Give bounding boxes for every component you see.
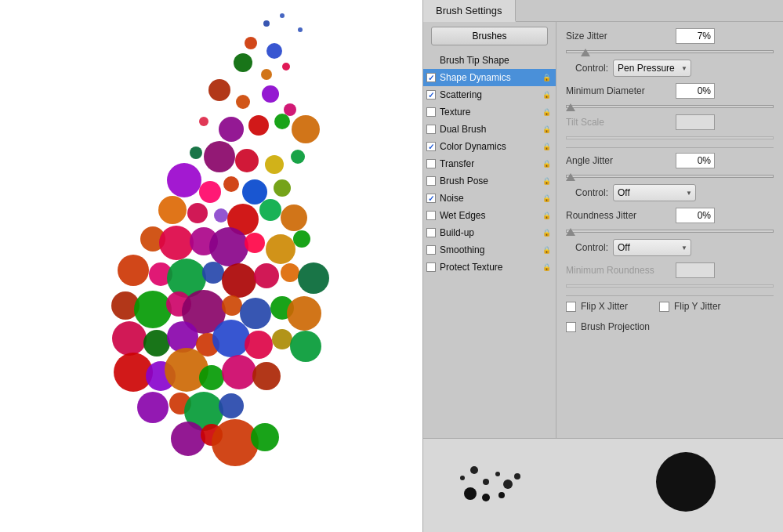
item-label-dual-brush: Dual Brush — [440, 124, 539, 135]
brush-list-item-protect-texture[interactable]: Protect Texture🔒 — [423, 259, 556, 276]
flip-x-row: Flip X Jitter — [566, 301, 628, 312]
item-label-brush-tip-shape: Brush Tip Shape — [440, 55, 551, 66]
minimum-diameter-value[interactable] — [676, 83, 715, 99]
brush-settings-tab-label[interactable]: Brush Settings — [423, 0, 516, 22]
item-label-wet-edges: Wet Edges — [440, 210, 539, 221]
flip-y-row: Flip Y Jitter — [659, 301, 721, 312]
checkbox-color-dynamics[interactable] — [426, 142, 436, 151]
panel-body: Brushes Brush Tip ShapeShape Dynamics🔒Sc… — [423, 22, 783, 438]
item-label-smoothing: Smoothing — [440, 244, 539, 255]
minimum-roundness-slider — [566, 281, 774, 291]
canvas-area[interactable] — [0, 0, 423, 532]
brush-list-item-scattering[interactable]: Scattering🔒 — [423, 86, 556, 103]
minimum-diameter-row: Minimum Diameter — [566, 83, 774, 99]
item-label-brush-pose: Brush Pose — [440, 176, 539, 186]
left-col: Brushes Brush Tip ShapeShape Dynamics🔒Sc… — [423, 22, 556, 438]
checkbox-transfer[interactable] — [426, 159, 436, 168]
brush-projection-row: Brush Projection — [566, 321, 774, 332]
minimum-diameter-label: Minimum Diameter — [566, 85, 676, 96]
minimum-roundness-value — [676, 262, 715, 278]
lock-icon-shape-dynamics: 🔒 — [542, 74, 551, 81]
flip-y-checkbox[interactable] — [659, 302, 669, 312]
checkbox-smoothing[interactable] — [426, 245, 436, 255]
control-1-select[interactable]: Off Fade Pen Pressure Pen Tilt Stylus Wh… — [613, 60, 691, 77]
tilt-scale-row: Tilt Scale — [566, 114, 774, 130]
control-1-row: Control: Off Fade Pen Pressure Pen Tilt … — [566, 60, 774, 77]
control-2-select[interactable]: Off Fade Pen Pressure Pen Tilt Initial D… — [613, 184, 696, 201]
roundness-jitter-slider[interactable] — [566, 226, 774, 236]
control-3-label: Control: — [566, 242, 608, 253]
lock-icon-brush-pose: 🔒 — [542, 177, 551, 185]
lock-icon-smoothing: 🔒 — [542, 246, 551, 254]
lock-icon-build-up: 🔒 — [542, 229, 551, 237]
brush-settings-tab: Brush Settings — [423, 0, 783, 22]
checkbox-dual-brush[interactable] — [426, 125, 436, 134]
roundness-jitter-value[interactable] — [676, 208, 715, 223]
checkbox-shape-dynamics[interactable] — [426, 73, 436, 82]
brushes-button[interactable]: Brushes — [431, 27, 548, 45]
checkbox-brush-pose[interactable] — [426, 176, 436, 186]
item-label-protect-texture: Protect Texture — [440, 262, 539, 273]
control-1-label: Control: — [566, 63, 608, 74]
lock-icon-transfer: 🔒 — [542, 160, 551, 168]
lock-icon-dual-brush: 🔒 — [542, 125, 551, 133]
angle-jitter-slider[interactable] — [566, 172, 774, 181]
angle-jitter-value[interactable] — [676, 153, 715, 168]
checkbox-build-up[interactable] — [426, 228, 436, 237]
angle-jitter-label: Angle Jitter — [566, 155, 676, 166]
size-jitter-slider[interactable] — [566, 47, 774, 56]
brush-list-item-smoothing[interactable]: Smoothing🔒 — [423, 241, 556, 259]
flip-x-label: Flip X Jitter — [581, 301, 628, 312]
lock-icon-noise: 🔒 — [542, 194, 551, 202]
roundness-jitter-row: Roundness Jitter — [566, 208, 774, 223]
lock-icon-color-dynamics: 🔒 — [542, 143, 551, 150]
checkbox-wet-edges[interactable] — [426, 211, 436, 220]
minimum-diameter-slider[interactable] — [566, 102, 774, 111]
item-label-noise: Noise — [440, 193, 539, 204]
divider-2 — [566, 295, 774, 296]
brush-list-item-texture[interactable]: Texture🔒 — [423, 103, 556, 121]
brush-list-item-brush-pose[interactable]: Brush Pose🔒 — [423, 172, 556, 190]
divider-1 — [566, 147, 774, 148]
angle-jitter-row: Angle Jitter — [566, 153, 774, 168]
checkbox-texture[interactable] — [426, 107, 436, 117]
right-panel: Brush Settings Brushes Brush Tip ShapeSh… — [423, 0, 783, 532]
settings-panel: Size Jitter Control: Off Fade Pen Pressu… — [556, 22, 783, 438]
brush-list-item-dual-brush[interactable]: Dual Brush🔒 — [423, 121, 556, 138]
minimum-roundness-row: Minimum Roundness — [566, 262, 774, 278]
control-2-row: Control: Off Fade Pen Pressure Pen Tilt … — [566, 184, 774, 201]
item-label-texture: Texture — [440, 107, 539, 118]
brush-list-item-build-up[interactable]: Build-up🔒 — [423, 224, 556, 241]
minimum-roundness-label: Minimum Roundness — [566, 265, 676, 276]
lock-icon-wet-edges: 🔒 — [542, 212, 551, 219]
control-3-select[interactable]: Off Fade Pen Pressure Pen Tilt — [613, 239, 691, 256]
tilt-scale-slider — [566, 133, 774, 143]
brush-list-item-transfer[interactable]: Transfer🔒 — [423, 155, 556, 172]
checkbox-scattering[interactable] — [426, 90, 436, 100]
brush-list-item-wet-edges[interactable]: Wet Edges🔒 — [423, 207, 556, 224]
roundness-jitter-label: Roundness Jitter — [566, 210, 676, 221]
control-3-row: Control: Off Fade Pen Pressure Pen Tilt — [566, 239, 774, 256]
lock-icon-texture: 🔒 — [542, 108, 551, 116]
brush-list-item-color-dynamics[interactable]: Color Dynamics🔒 — [423, 138, 556, 155]
brush-projection-checkbox[interactable] — [566, 322, 576, 332]
size-jitter-row: Size Jitter — [566, 28, 774, 44]
checkbox-protect-texture[interactable] — [426, 262, 436, 272]
control-3-select-wrapper: Off Fade Pen Pressure Pen Tilt — [613, 239, 691, 256]
tilt-scale-value — [676, 114, 715, 130]
flip-x-checkbox[interactable] — [566, 302, 576, 312]
checkbox-noise[interactable] — [426, 194, 436, 203]
item-label-transfer: Transfer — [440, 158, 539, 169]
tilt-scale-label: Tilt Scale — [566, 117, 676, 128]
brush-list: Brush Tip ShapeShape Dynamics🔒Scattering… — [423, 52, 556, 276]
size-jitter-value[interactable] — [676, 28, 715, 44]
brush-list-item-brush-tip-shape[interactable]: Brush Tip Shape — [423, 52, 556, 69]
control-1-select-wrapper: Off Fade Pen Pressure Pen Tilt Stylus Wh… — [613, 60, 691, 77]
item-label-scattering: Scattering — [440, 89, 539, 100]
control-2-label: Control: — [566, 187, 608, 198]
brush-list-item-noise[interactable]: Noise🔒 — [423, 190, 556, 207]
control-2-select-wrapper: Off Fade Pen Pressure Pen Tilt Initial D… — [613, 184, 696, 201]
lock-icon-protect-texture: 🔒 — [542, 263, 551, 271]
size-jitter-label: Size Jitter — [566, 31, 676, 42]
brush-list-item-shape-dynamics[interactable]: Shape Dynamics🔒 — [423, 69, 556, 86]
